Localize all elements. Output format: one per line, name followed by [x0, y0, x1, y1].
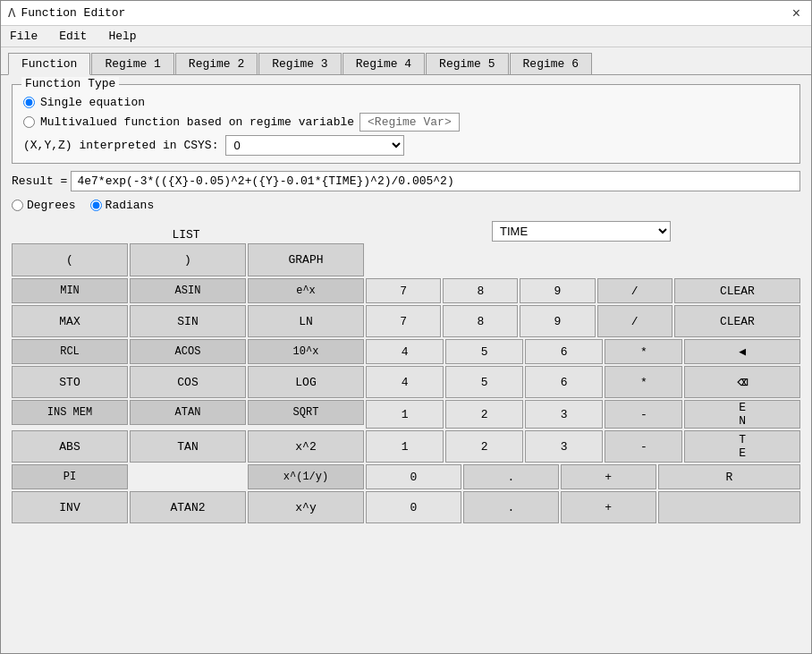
btn-7[interactable]: 7 — [366, 305, 441, 337]
cos-btn[interactable]: COS — [130, 366, 246, 398]
sqrt-header-btn[interactable]: SQRT — [248, 400, 364, 425]
sin-btn[interactable]: SIN — [130, 305, 246, 337]
btn-4[interactable]: 4 — [366, 366, 444, 398]
btn-3[interactable]: 3 — [525, 430, 603, 463]
btn-multiply-top[interactable]: * — [605, 339, 682, 364]
menu-file[interactable]: File — [4, 30, 43, 43]
list-label: LIST — [172, 228, 199, 242]
btn-plus-top[interactable]: + — [561, 464, 656, 489]
title-bar-left: Λ Function Editor — [8, 6, 125, 21]
btn-8[interactable]: 8 — [443, 305, 518, 337]
menu-bar: File Edit Help — [1, 26, 811, 47]
degrees-radians-row: Degrees Radians — [12, 199, 800, 212]
tab-regime2[interactable]: Regime 2 — [175, 53, 258, 74]
tab-regime3[interactable]: Regime 3 — [258, 53, 341, 74]
btn-multiply[interactable]: * — [605, 366, 682, 398]
open-paren-btn[interactable]: ( — [12, 243, 128, 276]
radians-label[interactable]: Radians — [90, 199, 155, 212]
max-btn[interactable]: MAX — [12, 305, 128, 337]
btn-dot-top[interactable]: . — [463, 464, 559, 489]
btn-minus[interactable]: - — [605, 430, 682, 463]
btn-backspace[interactable]: ⌫ — [684, 366, 800, 398]
btn-enter-r-top[interactable]: R — [658, 464, 800, 489]
sto-btn[interactable]: STO — [12, 366, 128, 398]
degrees-label[interactable]: Degrees — [12, 199, 76, 212]
radians-radio[interactable] — [90, 200, 102, 211]
log-btn[interactable]: LOG — [248, 366, 364, 398]
single-equation-radio[interactable] — [23, 97, 35, 108]
btn-9[interactable]: 9 — [520, 305, 595, 337]
btn-clear[interactable]: CLEAR — [674, 305, 800, 337]
atan2-btn[interactable]: ATAN2 — [130, 491, 246, 523]
calculator: LIST TIME ( ) GRAPH — [12, 221, 800, 523]
acos-header-btn[interactable]: ACOS — [130, 339, 246, 364]
result-input[interactable] — [71, 171, 800, 191]
btn-enter-top[interactable]: EN — [684, 400, 800, 429]
exp-x-btn[interactable]: e^x — [248, 278, 364, 303]
btn-0-top[interactable]: 0 — [366, 464, 461, 489]
btn-2[interactable]: 2 — [445, 430, 523, 463]
degrees-radio[interactable] — [12, 200, 23, 211]
btn-enter-mid[interactable]: TE — [684, 430, 800, 463]
btn-3-top[interactable]: 3 — [525, 400, 603, 429]
abs-btn[interactable]: ABS — [12, 430, 128, 463]
btn-0[interactable]: 0 — [366, 491, 461, 523]
btn-6[interactable]: 6 — [525, 366, 603, 398]
single-equation-row: Single equation — [23, 96, 789, 109]
time-var-select[interactable]: TIME — [492, 221, 671, 242]
x2-btn[interactable]: x^2 — [248, 430, 364, 463]
btn-5-top[interactable]: 5 — [445, 339, 523, 364]
multivalued-radio[interactable] — [23, 116, 35, 128]
tan-btn[interactable]: TAN — [130, 430, 246, 463]
main-window: Λ Function Editor × File Edit Help Funct… — [0, 0, 812, 654]
graph-btn[interactable]: GRAPH — [248, 243, 364, 276]
app-icon: Λ — [8, 6, 15, 21]
tab-regime5[interactable]: Regime 5 — [426, 53, 508, 74]
close-paren-btn[interactable]: ) — [130, 243, 246, 276]
tab-regime1[interactable]: Regime 1 — [91, 53, 173, 74]
menu-edit[interactable]: Edit — [54, 30, 92, 43]
min-btn[interactable]: MIN — [12, 278, 128, 303]
asin-btn[interactable]: ASIN — [130, 278, 246, 303]
ln-btn[interactable]: LN — [248, 305, 364, 337]
btn-2-top[interactable]: 2 — [445, 400, 523, 429]
atan-header-btn[interactable]: ATAN — [130, 400, 246, 425]
btn-8-top[interactable]: 8 — [443, 278, 518, 303]
tab-regime6[interactable]: Regime 6 — [510, 53, 592, 74]
btn-7-top[interactable]: 7 — [366, 278, 441, 303]
tab-regime4[interactable]: Regime 4 — [343, 53, 425, 74]
inv-btn[interactable]: INV — [12, 491, 128, 523]
btn-5[interactable]: 5 — [445, 366, 523, 398]
tabs-bar: Function Regime 1 Regime 2 Regime 3 Regi… — [1, 47, 811, 75]
btn-dot[interactable]: . — [463, 491, 559, 523]
tab-function[interactable]: Function — [8, 53, 90, 75]
rcl-header-btn[interactable]: RCL — [12, 339, 128, 364]
10x-header-btn[interactable]: 10^x — [248, 339, 364, 364]
csys-row: (X,Y,Z) interpreted in CSYS: 0 — [23, 135, 789, 156]
xy-btn[interactable]: x^y — [248, 491, 364, 523]
csys-select[interactable]: 0 — [225, 135, 404, 156]
btn-clear-top[interactable]: CLEAR — [674, 278, 800, 303]
x1y-header: x^(1/y) — [248, 464, 364, 489]
multivalued-label: Multivalued function based on regime var… — [40, 115, 354, 129]
close-button[interactable]: × — [789, 5, 804, 21]
regime-var-box[interactable]: <Regime Var> — [359, 113, 460, 132]
btn-minus-top[interactable]: - — [605, 400, 682, 429]
btn-enter-bottom[interactable] — [658, 491, 800, 523]
btn-1[interactable]: 1 — [366, 430, 444, 463]
btn-6-top[interactable]: 6 — [525, 339, 603, 364]
csys-label: (X,Y,Z) interpreted in CSYS: — [23, 139, 218, 152]
multivalued-row: Multivalued function based on regime var… — [23, 113, 789, 132]
menu-help[interactable]: Help — [103, 30, 141, 43]
btn-backspace-top[interactable]: ◀ — [684, 339, 800, 364]
function-type-box: Function Type Single equation Multivalue… — [12, 84, 800, 164]
ins-mem-header-btn[interactable]: INS MEM — [12, 400, 128, 425]
function-type-legend: Function Type — [21, 77, 119, 90]
btn-9-top[interactable]: 9 — [520, 278, 595, 303]
btn-1-top[interactable]: 1 — [366, 400, 444, 429]
btn-divide-top[interactable]: / — [597, 278, 672, 303]
btn-4-top[interactable]: 4 — [366, 339, 444, 364]
result-label: Result = — [12, 174, 67, 188]
btn-divide[interactable]: / — [597, 305, 672, 337]
btn-plus[interactable]: + — [561, 491, 656, 523]
